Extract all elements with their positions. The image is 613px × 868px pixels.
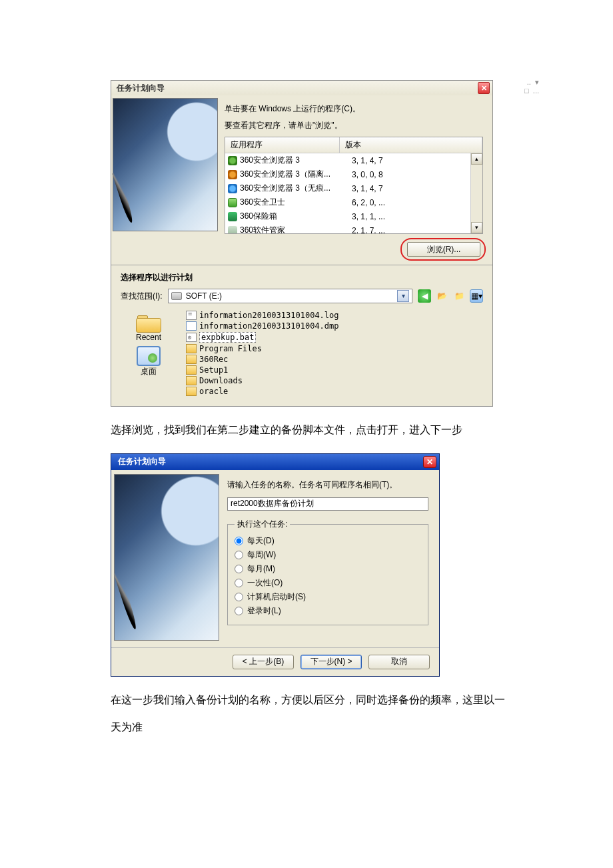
file-name: Setup1 bbox=[199, 365, 228, 375]
app-version: 3, 0, 0, 8 bbox=[352, 170, 469, 179]
app-name: 360安全浏览器 3（隔离... bbox=[240, 169, 352, 180]
file-browser: 选择程序以进行计划 查找范围(I): SOFT (E:) ▾ ◀ 📂 📁 ▦▾ bbox=[111, 265, 492, 406]
app-icon bbox=[228, 170, 237, 179]
desktop-icon bbox=[137, 346, 161, 366]
radio-label: 每天(D) bbox=[247, 535, 275, 547]
file-item[interactable]: oracle bbox=[186, 386, 492, 397]
new-folder-icon[interactable]: 📁 bbox=[452, 289, 466, 303]
app-version: 3, 1, 4, 7 bbox=[352, 156, 469, 165]
file-name: information20100313101004.dmp bbox=[199, 321, 339, 331]
schedule-option[interactable]: 计算机启动时(S) bbox=[235, 590, 421, 604]
app-icon bbox=[228, 226, 237, 234]
file-icon bbox=[186, 344, 197, 353]
dialog2-msg: 请输入任务的名称。任务名可同程序名相同(T)。 bbox=[227, 479, 428, 491]
up-icon[interactable]: 📂 bbox=[435, 289, 448, 303]
file-name: expbkup.bat bbox=[199, 332, 256, 343]
scroll-down-icon[interactable]: ▾ bbox=[471, 222, 482, 233]
next-button[interactable]: 下一步(N) > bbox=[301, 655, 362, 669]
app-version: 2, 1, 7, ... bbox=[352, 226, 469, 234]
close-icon[interactable]: ✕ bbox=[478, 82, 490, 94]
app-row[interactable]: 360安全浏览器 33, 1, 4, 7 bbox=[225, 153, 470, 167]
schedule-option[interactable]: 一次性(O) bbox=[235, 576, 421, 590]
dialog2-title: 任务计划向导 bbox=[118, 456, 166, 467]
schedule-legend: 执行这个任务: bbox=[235, 519, 290, 530]
app-icon bbox=[228, 198, 237, 207]
radio-input[interactable] bbox=[235, 593, 243, 601]
file-icon bbox=[186, 387, 197, 396]
file-item[interactable]: information20100313101004.dmp bbox=[186, 321, 492, 331]
back-button[interactable]: < 上一步(B) bbox=[233, 655, 294, 669]
file-icon bbox=[186, 355, 197, 364]
lookin-label: 查找范围(I): bbox=[121, 291, 163, 302]
app-version: 6, 2, 0, ... bbox=[352, 198, 469, 207]
app-row[interactable]: 360安全卫士6, 2, 0, ... bbox=[225, 195, 470, 209]
place-recent[interactable]: Recent bbox=[136, 313, 161, 342]
file-list[interactable]: information20100313101004.loginformation… bbox=[186, 309, 492, 398]
cancel-button[interactable]: 取消 bbox=[368, 655, 430, 669]
file-item[interactable]: Setup1 bbox=[186, 365, 492, 375]
browse-button[interactable]: 浏览(R)... bbox=[407, 242, 480, 257]
file-item[interactable]: Program Files bbox=[186, 343, 492, 354]
applist-header: 应用程序 版本 bbox=[225, 137, 482, 153]
radio-input[interactable] bbox=[235, 565, 243, 573]
radio-input[interactable] bbox=[235, 551, 243, 559]
place-recent-label: Recent bbox=[136, 333, 161, 342]
file-icon bbox=[186, 333, 197, 342]
close-icon[interactable]: ✕ bbox=[423, 456, 436, 468]
file-item[interactable]: 360Rec bbox=[186, 354, 492, 365]
window-extra-icons: .. ▾□ ... bbox=[524, 78, 539, 95]
doc-text-1: 选择浏览，找到我们在第二步建立的备份脚本文件，点击打开，进入下一步 bbox=[111, 416, 506, 444]
drive-label: SOFT (E:) bbox=[186, 291, 222, 301]
radio-input[interactable] bbox=[235, 537, 243, 545]
app-row[interactable]: 360安全浏览器 3（无痕...3, 1, 4, 7 bbox=[225, 181, 470, 195]
file-item[interactable]: expbkup.bat bbox=[186, 331, 492, 343]
app-icon bbox=[228, 212, 237, 221]
app-name: 360保险箱 bbox=[240, 211, 352, 222]
dialog1-title: 任务计划向导 bbox=[117, 83, 165, 94]
col-ver: 版本 bbox=[340, 137, 482, 153]
place-desktop[interactable]: 桌面 bbox=[137, 346, 161, 377]
wizard-dialog-1: .. ▾□ ... 任务计划向导 ✕ 单击要在 Windows 上运行的程序(C… bbox=[111, 80, 493, 407]
scroll-up-icon[interactable]: ▴ bbox=[471, 153, 482, 165]
back-icon[interactable]: ◀ bbox=[418, 289, 431, 303]
dialog2-titlebar: 任务计划向导 ✕ bbox=[111, 454, 439, 470]
drive-icon bbox=[171, 292, 182, 300]
file-name: oracle bbox=[199, 387, 228, 396]
wizard-image bbox=[114, 474, 219, 641]
task-name-input[interactable] bbox=[227, 497, 428, 511]
app-row[interactable]: 360软件管家2, 1, 7, ... bbox=[225, 223, 470, 233]
dialog1-msg2: 要查看其它程序，请单击"浏览"。 bbox=[225, 120, 483, 131]
dialog1-titlebar: 任务计划向导 ✕ bbox=[111, 81, 492, 95]
app-name: 360安全浏览器 3 bbox=[240, 155, 352, 166]
radio-input[interactable] bbox=[235, 607, 243, 615]
file-item[interactable]: Downloads bbox=[186, 375, 492, 386]
file-item[interactable]: information20100313101004.log bbox=[186, 310, 492, 321]
schedule-option[interactable]: 每天(D) bbox=[235, 534, 421, 548]
schedule-option[interactable]: 每周(W) bbox=[235, 548, 421, 562]
scrollbar[interactable]: ▴ ▾ bbox=[470, 153, 482, 233]
schedule-fieldset: 执行这个任务: 每天(D)每周(W)每月(M)一次性(O)计算机启动时(S)登录… bbox=[227, 519, 428, 625]
doc-text-2: 在这一步我们输入备份计划的名称，方便以后区分，同时选择备份的频率，这里以一天为准 bbox=[111, 686, 506, 741]
radio-label: 计算机启动时(S) bbox=[247, 591, 306, 603]
radio-input[interactable] bbox=[235, 579, 243, 587]
radio-label: 登录时(L) bbox=[247, 605, 281, 617]
folder-icon bbox=[136, 313, 161, 333]
view-menu-icon[interactable]: ▦▾ bbox=[470, 289, 483, 303]
file-name: information20100313101004.log bbox=[199, 311, 339, 320]
schedule-option[interactable]: 每月(M) bbox=[235, 562, 421, 576]
file-icon bbox=[186, 376, 197, 385]
app-icon bbox=[228, 184, 237, 193]
app-row[interactable]: 360安全浏览器 3（隔离...3, 0, 0, 8 bbox=[225, 167, 470, 181]
col-app: 应用程序 bbox=[225, 137, 340, 153]
app-name: 360安全浏览器 3（无痕... bbox=[240, 183, 352, 194]
file-icon bbox=[186, 321, 197, 331]
schedule-option[interactable]: 登录时(L) bbox=[235, 604, 421, 618]
app-version: 3, 1, 4, 7 bbox=[352, 184, 469, 193]
lookin-combo[interactable]: SOFT (E:) ▾ bbox=[168, 289, 412, 303]
wizard-image bbox=[113, 98, 218, 231]
chevron-down-icon[interactable]: ▾ bbox=[397, 290, 409, 302]
app-version: 3, 1, 1, ... bbox=[352, 212, 469, 221]
file-name: Downloads bbox=[199, 376, 243, 385]
app-row[interactable]: 360保险箱3, 1, 1, ... bbox=[225, 209, 470, 223]
application-list[interactable]: 应用程序 版本 360安全浏览器 33, 1, 4, 7360安全浏览器 3（隔… bbox=[225, 137, 483, 234]
